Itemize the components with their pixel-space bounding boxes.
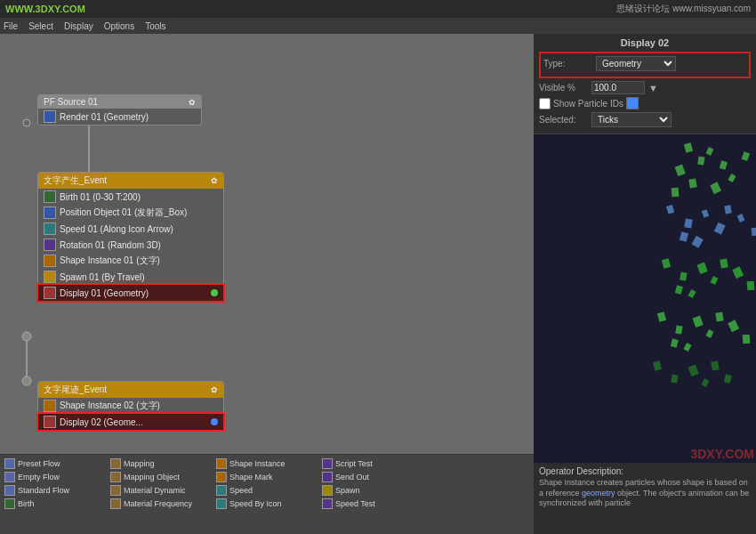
event1-node[interactable]: 文字产生_Event ✿ Birth 01 (0-30 T:200) Posit…: [37, 172, 224, 302]
speed-icon: [44, 222, 56, 235]
operator-description: Operator Description: Shape Instance cre…: [534, 463, 756, 534]
type-label: Type:: [543, 59, 592, 69]
menu-select[interactable]: Select: [28, 21, 53, 31]
tool-shape-instance[interactable]: Shape Instance: [214, 457, 319, 470]
empty-flow-label: Empty Flow: [18, 473, 60, 481]
svg-rect-45: [702, 378, 710, 387]
color-swatch[interactable]: [626, 97, 639, 109]
event2-display-connector: [211, 418, 218, 425]
tool-speed-test[interactable]: Speed Test: [320, 498, 425, 510]
mapping-icon: [110, 458, 121, 469]
svg-rect-15: [666, 205, 674, 214]
menu-file[interactable]: File: [4, 21, 18, 31]
svg-rect-36: [706, 329, 714, 338]
svg-rect-10: [720, 160, 728, 170]
site-logo: WWW.3DXY.COM: [5, 4, 85, 14]
tool-speed-by-icon[interactable]: Speed By Icon: [214, 498, 319, 510]
tool-spawn[interactable]: Spawn: [320, 484, 425, 497]
svg-point-3: [22, 376, 31, 385]
type-select[interactable]: Geometry Box Sphere: [596, 56, 676, 71]
svg-rect-35: [693, 316, 704, 328]
shape-instance-label: Shape Instance: [229, 459, 286, 468]
selected-prop-row: Selected: Ticks Dots Crosses: [539, 112, 751, 127]
svg-rect-20: [680, 231, 688, 242]
top-bar: WWW.3DXY.COM 思绪设计论坛 www.missyuan.com: [0, 0, 756, 18]
svg-point-4: [23, 119, 30, 126]
main-layout: PF Source 01 ✿ Render 01 (Geometry) 文字产生…: [0, 34, 756, 534]
svg-rect-39: [728, 320, 739, 332]
event1-position-row: Position Object 01 (发射器_Box): [38, 205, 223, 221]
mapping-label: Mapping: [124, 459, 155, 468]
svg-rect-31: [688, 289, 696, 298]
tool-standard-flow[interactable]: Standard Flow: [3, 484, 108, 497]
tool-shape-mark[interactable]: Shape Mark: [214, 471, 319, 483]
event2-display-row[interactable]: Display 02 (Geome...: [38, 414, 223, 430]
tool-material-dynamic[interactable]: Material Dynamic: [109, 484, 213, 497]
svg-rect-40: [683, 343, 691, 352]
svg-rect-41: [743, 335, 751, 344]
show-particle-ids-label: Show Particle IDs: [553, 99, 623, 109]
event2-display-label: Display 02 (Geome...: [60, 417, 143, 427]
menu-options[interactable]: Options: [104, 21, 134, 31]
event1-shape-row: Shape Instance 01 (文字): [38, 253, 223, 269]
event2-header: 文字尾迹_Event ✿: [38, 382, 223, 398]
tool-empty-flow[interactable]: Empty Flow: [3, 471, 108, 483]
script-test-label: Script Test: [335, 459, 373, 468]
menu-display[interactable]: Display: [64, 21, 93, 31]
event1-shape-label: Shape Instance 01 (文字): [60, 255, 160, 267]
display-properties: Display 02 Type: Geometry Box Sphere Vis…: [534, 34, 756, 134]
event2-icon: ✿: [211, 385, 218, 394]
selected-select[interactable]: Ticks Dots Crosses: [591, 112, 672, 127]
tool-col-3: Shape Instance Shape Mark Speed Speed By…: [214, 457, 319, 531]
rotation-icon: [44, 239, 56, 251]
send-out-label: Send Out: [335, 473, 369, 481]
right-panel: Display 02 Type: Geometry Box Sphere Vis…: [534, 34, 756, 534]
svg-rect-28: [720, 258, 728, 268]
visible-dropdown-icon[interactable]: ▼: [648, 83, 658, 93]
svg-rect-16: [684, 218, 693, 228]
display02-icon: [44, 416, 56, 428]
event1-icon: ✿: [211, 176, 218, 185]
send-out-icon: [322, 472, 333, 482]
show-particle-ids-row: Show Particle IDs: [539, 97, 751, 109]
event1-header: 文字产生_Event ✿: [38, 173, 223, 189]
display-props-title: Display 02: [539, 37, 751, 48]
speed-by-icon-icon: [216, 498, 227, 509]
preset-flow-icon: [4, 458, 15, 469]
op-description-title: Operator Description:: [539, 466, 751, 476]
svg-rect-42: [653, 360, 662, 371]
event2-shape-row: Shape Instance 02 (文字): [38, 398, 223, 414]
svg-rect-7: [675, 165, 686, 176]
svg-rect-27: [711, 276, 719, 285]
tool-mapping[interactable]: Mapping: [109, 457, 213, 470]
bottom-toolbar: Preset Flow Empty Flow Standard Flow Bir…: [0, 454, 534, 534]
pf-source-node[interactable]: PF Source 01 ✿ Render 01 (Geometry): [37, 94, 202, 125]
tool-preset-flow[interactable]: Preset Flow: [3, 457, 108, 470]
visible-input[interactable]: [591, 81, 645, 94]
tool-send-out[interactable]: Send Out: [320, 471, 425, 483]
menu-tools[interactable]: Tools: [145, 21, 165, 31]
svg-rect-43: [671, 375, 678, 384]
event2-node[interactable]: 文字尾迹_Event ✿ Shape Instance 02 (文字) Disp…: [37, 381, 224, 431]
svg-rect-44: [688, 365, 699, 376]
show-particle-ids-checkbox[interactable]: [539, 98, 551, 109]
logo-bottom: 3DXY.COM: [690, 447, 754, 461]
svg-rect-11: [710, 182, 721, 194]
tool-mapping-object[interactable]: Mapping Object: [109, 471, 213, 483]
position-icon: [44, 206, 56, 219]
svg-rect-19: [724, 205, 731, 214]
speed-label: Speed: [229, 486, 253, 495]
event1-display-row[interactable]: Display 01 (Geometry): [38, 285, 223, 301]
node-editor: PF Source 01 ✿ Render 01 (Geometry) 文字产生…: [0, 34, 534, 534]
speed-by-icon-label: Speed By Icon: [229, 499, 282, 508]
tool-script-test[interactable]: Script Test: [320, 457, 425, 470]
tool-material-freq[interactable]: Material Frequency: [109, 498, 213, 510]
event1-speed-row: Speed 01 (Along Icon Arrow): [38, 221, 223, 237]
event1-speed-label: Speed 01 (Along Icon Arrow): [60, 224, 173, 234]
tool-birth[interactable]: Birth: [3, 498, 108, 510]
tool-speed[interactable]: Speed: [214, 484, 319, 497]
mapping-object-icon: [110, 472, 121, 482]
svg-rect-37: [715, 312, 724, 321]
spawn-tool-icon: [322, 485, 333, 496]
visible-prop-row: Visible % ▼: [539, 81, 751, 94]
